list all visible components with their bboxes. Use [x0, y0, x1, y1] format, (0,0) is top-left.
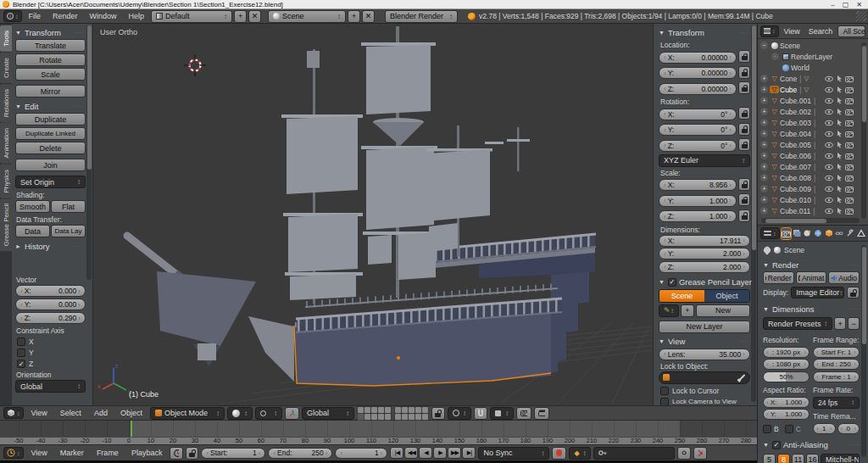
vector-z-field[interactable]: Z:0.290	[15, 312, 86, 324]
rotation-z-field[interactable]: Z:0°	[659, 140, 737, 152]
menu-window[interactable]: Window	[85, 12, 122, 20]
menu-file[interactable]: File	[24, 12, 47, 20]
renderability-icon[interactable]	[844, 142, 854, 148]
aa-samples-8-button[interactable]: 8	[777, 454, 790, 463]
play-reverse-button[interactable]: ◀	[419, 447, 432, 459]
panel-header-dimensions[interactable]: Dimensions····	[763, 302, 860, 315]
visibility-icon[interactable]	[824, 153, 834, 159]
outliner-row[interactable]: +▽Cone|▽	[758, 73, 868, 84]
menu-tl-frame[interactable]: Frame	[92, 449, 124, 457]
insert-keyframe-button[interactable]	[677, 447, 691, 460]
expander-icon[interactable]: +	[760, 119, 768, 126]
selectability-icon[interactable]	[834, 97, 844, 104]
renderability-icon[interactable]	[844, 120, 854, 126]
outliner-row[interactable]: +▽Cube.003|	[758, 117, 868, 128]
renderability-icon[interactable]	[844, 186, 854, 192]
visibility-icon[interactable]	[824, 86, 834, 93]
layer-toggle[interactable]	[358, 414, 364, 420]
selectability-icon[interactable]	[834, 130, 844, 137]
vector-x-field[interactable]: X:0.000	[15, 285, 86, 297]
visibility-icon[interactable]	[824, 142, 834, 148]
location-z-field[interactable]: Z:0.00000	[659, 83, 737, 95]
aa-samples-11-button[interactable]: 11	[792, 454, 804, 463]
add-scene-button[interactable]: +	[348, 10, 360, 23]
gp-tab-object[interactable]: Object	[704, 290, 749, 302]
renderability-icon[interactable]	[844, 164, 854, 170]
orientation-dropdown[interactable]: Global	[15, 380, 86, 393]
scale-x-field[interactable]: X:8.956	[659, 179, 737, 191]
outliner-row[interactable]: +▽Cube.004|	[758, 128, 868, 139]
tab-physics[interactable]: Physics	[0, 165, 12, 198]
visibility-icon[interactable]	[824, 109, 834, 115]
selectability-icon[interactable]	[834, 152, 844, 159]
renderability-icon[interactable]	[844, 208, 854, 215]
frame-end-prop-field[interactable]: End : 250	[813, 359, 860, 370]
lock-rotation-z-button[interactable]	[738, 138, 750, 151]
layer-toggle[interactable]	[415, 407, 421, 413]
fps-dropdown[interactable]: 24 fps	[813, 397, 860, 409]
aa-filter-dropdown[interactable]: Mitchell-N	[821, 454, 860, 463]
eyedropper-icon[interactable]	[739, 374, 746, 381]
visibility-icon[interactable]	[824, 120, 834, 126]
layer-toggle[interactable]	[415, 414, 421, 420]
selectability-icon[interactable]	[834, 174, 844, 181]
editor-type-selector-timeline[interactable]	[3, 447, 24, 459]
gp-enable-checkbox[interactable]	[668, 278, 676, 287]
renderability-icon[interactable]	[844, 175, 854, 181]
render-button[interactable]: Render	[763, 271, 794, 284]
current-frame-field[interactable]: 1	[335, 448, 387, 459]
layer-toggle[interactable]	[422, 407, 428, 413]
editor-type-selector-outliner[interactable]	[760, 25, 779, 37]
visibility-icon[interactable]	[824, 175, 834, 181]
menu-tl-view[interactable]: View	[26, 449, 53, 457]
remove-layout-button[interactable]: ✕	[248, 10, 261, 23]
tab-render-properties[interactable]	[782, 228, 791, 239]
outliner-row[interactable]: +▽Cube|▽	[758, 84, 868, 95]
maximize-button[interactable]	[843, 1, 849, 8]
lock-time-button[interactable]	[186, 447, 198, 460]
tab-scene-properties[interactable]	[803, 228, 812, 239]
rotation-y-field[interactable]: Y:0°	[659, 124, 737, 136]
crop-checkbox[interactable]	[785, 425, 793, 433]
layer-toggle[interactable]	[409, 407, 415, 413]
layer-toggle[interactable]	[378, 414, 384, 420]
panel-header-history[interactable]: History····	[15, 239, 86, 253]
set-origin-dropdown[interactable]: Set Origin	[15, 176, 86, 188]
jump-to-end-button[interactable]: ▶|	[462, 447, 476, 459]
tab-constraints[interactable]	[835, 228, 844, 239]
lock-scale-z-button[interactable]	[738, 209, 750, 222]
duplicate-button[interactable]: Duplicate	[15, 113, 86, 126]
expander-icon[interactable]: +	[760, 141, 768, 148]
renderability-icon[interactable]	[844, 153, 854, 159]
layer-toggle[interactable]	[395, 414, 401, 420]
outliner-row[interactable]: ·RenderLayer	[758, 51, 868, 62]
lock-scene-layers-button[interactable]	[431, 407, 445, 420]
add-preset-button[interactable]: +	[834, 317, 846, 330]
renderability-icon[interactable]	[844, 131, 854, 137]
menu-render[interactable]: Render	[47, 12, 83, 20]
expander-icon[interactable]: +	[760, 185, 768, 192]
tab-object-properties[interactable]	[824, 228, 833, 239]
remove-preset-button[interactable]: −	[848, 317, 860, 330]
panel-header-transform-n[interactable]: Transform····	[659, 25, 750, 39]
gp-add-button[interactable]: +	[681, 304, 694, 317]
layer-toggle[interactable]	[395, 407, 401, 413]
tab-animation[interactable]: Animation	[0, 123, 12, 164]
resolution-x-field[interactable]: : 1920 px	[763, 347, 810, 358]
outliner-vscrollbar[interactable]	[861, 42, 866, 219]
layer-toggle[interactable]	[422, 414, 428, 420]
render-animation-button[interactable]: Animat	[796, 271, 827, 284]
add-layout-button[interactable]: +	[234, 10, 247, 23]
layer-toggle[interactable]	[371, 407, 377, 413]
menu-3d-select[interactable]: Select	[55, 409, 86, 417]
data-layout-button[interactable]: Data Lay	[51, 225, 86, 237]
scale-y-field[interactable]: Y:1.000	[659, 195, 737, 207]
menu-tl-playback[interactable]: Playback	[126, 449, 168, 457]
selectability-icon[interactable]	[834, 141, 844, 148]
sync-dropdown[interactable]: No Sync	[478, 447, 549, 460]
minimize-button[interactable]	[831, 1, 834, 8]
renderability-icon[interactable]	[844, 98, 854, 104]
mode-dropdown[interactable]: Object Mode	[150, 407, 225, 420]
dim-y-field[interactable]: Y:2.000	[659, 248, 750, 259]
snap-element-dropdown[interactable]	[490, 407, 514, 420]
